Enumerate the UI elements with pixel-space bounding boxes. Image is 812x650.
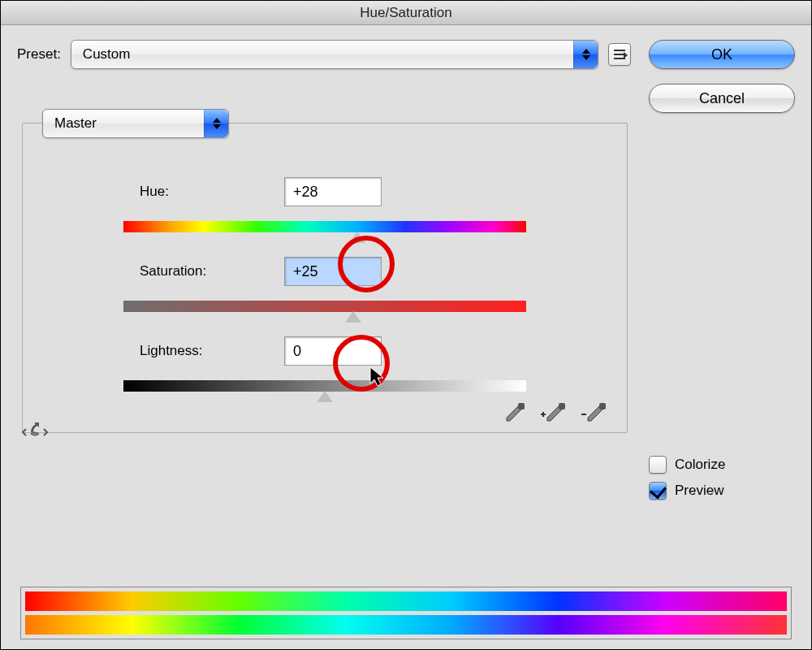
lightness-label: Lightness: — [140, 343, 270, 359]
chevron-updown-icon — [204, 110, 228, 137]
cancel-button-label: Cancel — [699, 90, 745, 107]
cancel-button[interactable]: Cancel — [649, 84, 795, 113]
hue-input[interactable] — [284, 177, 382, 206]
chevron-updown-icon — [573, 41, 598, 68]
lightness-slider-track[interactable] — [123, 380, 526, 392]
preset-row: Preset: Custom — [17, 40, 631, 69]
saturation-input[interactable] — [284, 257, 382, 286]
saturation-label: Saturation: — [140, 263, 270, 280]
range-select-value: Master — [54, 115, 97, 132]
hue-saturation-dialog: Hue/Saturation Preset: Custom OK — [0, 0, 812, 650]
svg-rect-2 — [559, 403, 565, 410]
spectrum-before — [25, 592, 787, 611]
ok-button-label: OK — [711, 46, 732, 63]
preset-menu-button[interactable] — [608, 43, 631, 66]
eyedropper-subtract-icon[interactable] — [580, 403, 607, 422]
range-select[interactable]: Master — [42, 109, 229, 138]
colorize-label: Colorize — [675, 457, 725, 473]
titlebar: Hue/Saturation — [1, 1, 811, 25]
eyedropper-icon[interactable] — [499, 403, 526, 422]
svg-rect-1 — [518, 403, 525, 410]
scrubby-adjust-icon[interactable] — [21, 416, 49, 439]
preview-checkbox[interactable] — [649, 482, 667, 500]
ok-button[interactable]: OK — [649, 40, 795, 69]
spectrum-after — [25, 615, 787, 635]
preset-label: Preset: — [17, 46, 61, 63]
lightness-input[interactable] — [284, 336, 382, 366]
preview-label: Preview — [675, 483, 723, 499]
spectrum-preview — [20, 587, 792, 639]
hue-slider-track[interactable] — [123, 221, 526, 232]
svg-rect-3 — [599, 403, 606, 410]
preset-select[interactable]: Custom — [71, 40, 598, 69]
saturation-slider-track[interactable] — [123, 301, 526, 312]
dialog-title: Hue/Saturation — [360, 5, 451, 21]
eyedropper-add-icon[interactable] — [539, 403, 567, 422]
colorize-checkbox[interactable] — [649, 456, 667, 474]
preview-row: Preview — [649, 482, 795, 500]
chevron-right-icon — [624, 52, 628, 58]
preset-select-value: Custom — [83, 46, 131, 63]
colorize-row: Colorize — [649, 456, 795, 474]
dialog-content: Preset: Custom OK Cancel — [1, 25, 811, 649]
hue-label: Hue: — [140, 184, 270, 200]
adjustment-group: Master Hue: Saturation: — [22, 123, 628, 433]
